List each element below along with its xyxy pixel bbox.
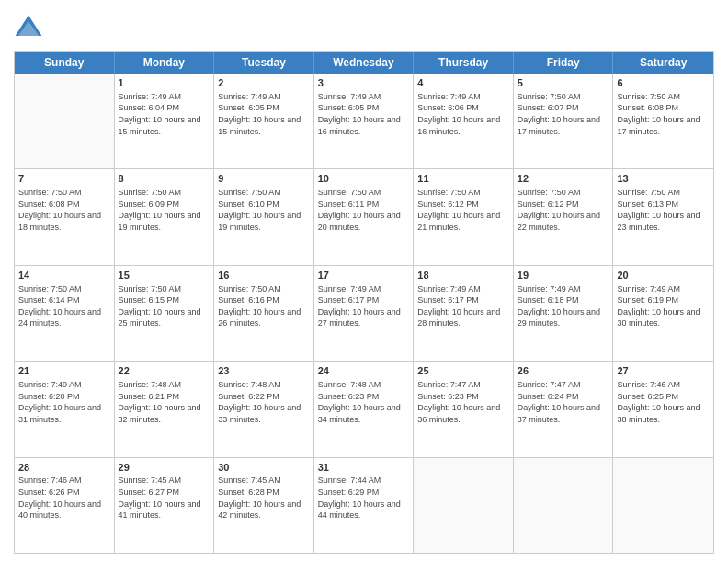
calendar-cell: 15Sunrise: 7:50 AMSunset: 6:15 PMDayligh… [115,266,215,361]
cell-info: Sunrise: 7:50 AMSunset: 6:13 PMDaylight:… [617,187,710,233]
cell-info: Sunrise: 7:44 AMSunset: 6:29 PMDaylight:… [318,475,410,521]
cell-info: Sunrise: 7:50 AMSunset: 6:10 PMDaylight:… [218,187,310,233]
cell-info: Sunrise: 7:48 AMSunset: 6:21 PMDaylight:… [119,379,210,425]
cell-info: Sunrise: 7:49 AMSunset: 6:20 PMDaylight:… [18,379,110,425]
calendar-cell: 10Sunrise: 7:50 AMSunset: 6:11 PMDayligh… [314,169,415,264]
day-number: 16 [218,269,310,282]
cell-info: Sunrise: 7:49 AMSunset: 6:19 PMDaylight:… [617,283,710,329]
day-number: 14 [18,269,110,282]
calendar-cell: 4Sunrise: 7:49 AMSunset: 6:06 PMDaylight… [414,74,514,168]
day-number: 6 [617,76,710,90]
cell-info: Sunrise: 7:49 AMSunset: 6:18 PMDaylight:… [518,283,609,329]
calendar-cell: 2Sunrise: 7:49 AMSunset: 6:05 PMDaylight… [214,74,314,168]
calendar-cell: 9Sunrise: 7:50 AMSunset: 6:10 PMDaylight… [214,169,314,264]
calendar-row-4: 21Sunrise: 7:49 AMSunset: 6:20 PMDayligh… [15,361,713,456]
day-number: 11 [417,172,509,186]
calendar-cell: 13Sunrise: 7:50 AMSunset: 6:13 PMDayligh… [613,169,713,264]
cell-info: Sunrise: 7:50 AMSunset: 6:12 PMDaylight:… [518,187,609,233]
calendar-cell: 18Sunrise: 7:49 AMSunset: 6:17 PMDayligh… [414,266,514,361]
page: SundayMondayTuesdayWednesdayThursdayFrid… [0,0,728,563]
day-number: 29 [119,461,210,475]
calendar-cell: 14Sunrise: 7:50 AMSunset: 6:14 PMDayligh… [15,266,115,361]
calendar-body: 1Sunrise: 7:49 AMSunset: 6:04 PMDaylight… [15,74,713,553]
cell-info: Sunrise: 7:47 AMSunset: 6:24 PMDaylight:… [518,379,609,425]
calendar-cell: 23Sunrise: 7:48 AMSunset: 6:22 PMDayligh… [214,362,314,456]
day-number: 31 [318,461,410,475]
calendar-cell: 29Sunrise: 7:45 AMSunset: 6:27 PMDayligh… [115,458,215,553]
day-number: 25 [417,364,509,378]
cell-info: Sunrise: 7:48 AMSunset: 6:22 PMDaylight:… [218,379,310,425]
day-number: 21 [18,364,110,378]
calendar-row-1: 1Sunrise: 7:49 AMSunset: 6:04 PMDaylight… [15,74,713,168]
calendar-cell: 31Sunrise: 7:44 AMSunset: 6:29 PMDayligh… [314,458,415,553]
day-number: 1 [119,76,210,90]
calendar-cell: 28Sunrise: 7:46 AMSunset: 6:26 PMDayligh… [15,458,115,553]
calendar-cell [613,458,713,553]
calendar-cell: 8Sunrise: 7:50 AMSunset: 6:09 PMDaylight… [115,169,215,264]
day-number: 4 [417,76,509,90]
calendar-cell: 27Sunrise: 7:46 AMSunset: 6:25 PMDayligh… [613,362,713,456]
cell-info: Sunrise: 7:45 AMSunset: 6:27 PMDaylight:… [119,475,210,521]
calendar: SundayMondayTuesdayWednesdayThursdayFrid… [14,51,714,554]
day-number: 17 [318,269,410,282]
day-number: 13 [617,172,710,186]
calendar-header: SundayMondayTuesdayWednesdayThursdayFrid… [15,52,713,74]
day-number: 12 [518,172,609,186]
day-number: 7 [18,172,110,186]
calendar-cell [15,74,115,168]
day-number: 18 [417,269,509,282]
cell-info: Sunrise: 7:50 AMSunset: 6:08 PMDaylight:… [18,187,110,233]
day-number: 30 [218,461,310,475]
day-number: 19 [518,269,609,282]
day-number: 2 [218,76,310,90]
calendar-cell: 3Sunrise: 7:49 AMSunset: 6:05 PMDaylight… [314,74,415,168]
header-day-tuesday: Tuesday [214,52,314,74]
day-number: 27 [617,364,710,378]
header-day-sunday: Sunday [15,52,115,74]
header-day-monday: Monday [115,52,215,74]
cell-info: Sunrise: 7:49 AMSunset: 6:04 PMDaylight:… [119,91,210,137]
calendar-cell: 16Sunrise: 7:50 AMSunset: 6:16 PMDayligh… [214,266,314,361]
calendar-cell: 5Sunrise: 7:50 AMSunset: 6:07 PMDaylight… [514,74,614,168]
calendar-cell [514,458,614,553]
day-number: 20 [617,269,710,282]
calendar-cell: 26Sunrise: 7:47 AMSunset: 6:24 PMDayligh… [514,362,614,456]
cell-info: Sunrise: 7:49 AMSunset: 6:17 PMDaylight:… [417,283,509,329]
header-day-saturday: Saturday [613,52,713,74]
calendar-cell: 12Sunrise: 7:50 AMSunset: 6:12 PMDayligh… [514,169,614,264]
day-number: 5 [518,76,609,90]
calendar-row-5: 28Sunrise: 7:46 AMSunset: 6:26 PMDayligh… [15,457,713,553]
calendar-cell: 20Sunrise: 7:49 AMSunset: 6:19 PMDayligh… [613,266,713,361]
cell-info: Sunrise: 7:50 AMSunset: 6:07 PMDaylight:… [518,91,609,137]
calendar-cell: 24Sunrise: 7:48 AMSunset: 6:23 PMDayligh… [314,362,415,456]
calendar-cell: 30Sunrise: 7:45 AMSunset: 6:28 PMDayligh… [214,458,314,553]
day-number: 8 [119,172,210,186]
cell-info: Sunrise: 7:50 AMSunset: 6:12 PMDaylight:… [417,187,509,233]
calendar-row-2: 7Sunrise: 7:50 AMSunset: 6:08 PMDaylight… [15,168,713,264]
header-day-wednesday: Wednesday [314,52,415,74]
day-number: 28 [18,461,110,475]
header-day-thursday: Thursday [414,52,514,74]
cell-info: Sunrise: 7:49 AMSunset: 6:05 PMDaylight:… [218,91,310,137]
cell-info: Sunrise: 7:49 AMSunset: 6:17 PMDaylight:… [318,283,410,329]
calendar-cell: 7Sunrise: 7:50 AMSunset: 6:08 PMDaylight… [15,169,115,264]
cell-info: Sunrise: 7:50 AMSunset: 6:15 PMDaylight:… [119,283,210,329]
cell-info: Sunrise: 7:47 AMSunset: 6:23 PMDaylight:… [417,379,509,425]
cell-info: Sunrise: 7:49 AMSunset: 6:05 PMDaylight:… [318,91,410,137]
day-number: 10 [318,172,410,186]
header-day-friday: Friday [514,52,614,74]
cell-info: Sunrise: 7:46 AMSunset: 6:26 PMDaylight:… [18,475,110,521]
calendar-cell: 19Sunrise: 7:49 AMSunset: 6:18 PMDayligh… [514,266,614,361]
logo [14,14,47,43]
day-number: 23 [218,364,310,378]
cell-info: Sunrise: 7:50 AMSunset: 6:09 PMDaylight:… [119,187,210,233]
cell-info: Sunrise: 7:50 AMSunset: 6:16 PMDaylight:… [218,283,310,329]
day-number: 3 [318,76,410,90]
cell-info: Sunrise: 7:45 AMSunset: 6:28 PMDaylight:… [218,475,310,521]
cell-info: Sunrise: 7:50 AMSunset: 6:08 PMDaylight:… [617,91,710,137]
calendar-cell: 6Sunrise: 7:50 AMSunset: 6:08 PMDaylight… [613,74,713,168]
calendar-cell: 25Sunrise: 7:47 AMSunset: 6:23 PMDayligh… [414,362,514,456]
cell-info: Sunrise: 7:48 AMSunset: 6:23 PMDaylight:… [318,379,410,425]
calendar-row-3: 14Sunrise: 7:50 AMSunset: 6:14 PMDayligh… [15,265,713,361]
day-number: 24 [318,364,410,378]
